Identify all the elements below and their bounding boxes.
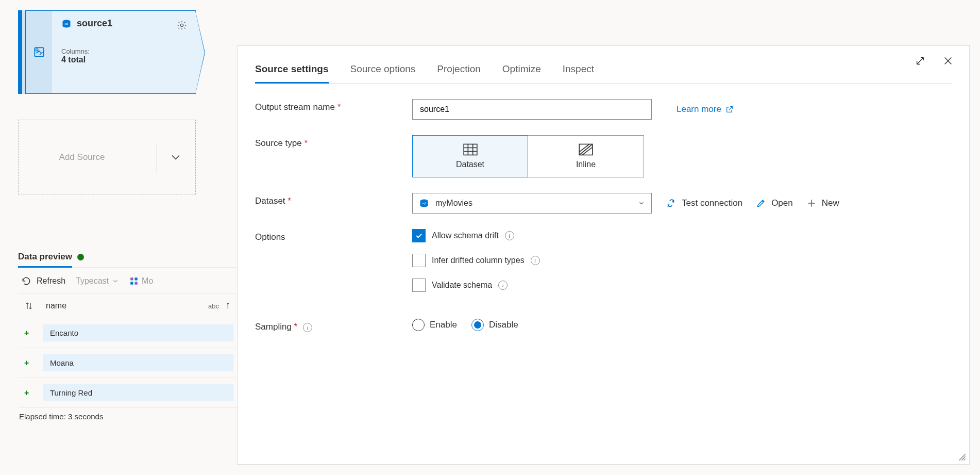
new-label: New bbox=[822, 198, 839, 208]
info-icon[interactable]: i bbox=[303, 323, 312, 332]
typecast-button[interactable]: Typecast bbox=[76, 276, 119, 286]
node-columns-count: 4 total bbox=[61, 55, 186, 64]
tab-projection[interactable]: Projection bbox=[437, 56, 481, 83]
tab-optimize[interactable]: Optimize bbox=[502, 56, 541, 83]
source-type-label: Source type bbox=[255, 138, 302, 148]
row-add-icon[interactable]: + bbox=[24, 388, 43, 398]
output-stream-input[interactable] bbox=[412, 99, 652, 120]
close-icon[interactable] bbox=[942, 55, 954, 67]
info-icon[interactable]: i bbox=[531, 256, 540, 265]
refresh-icon bbox=[21, 276, 31, 286]
infer-drifted-label: Infer drifted column types bbox=[432, 256, 525, 265]
tab-source-options[interactable]: Source options bbox=[350, 56, 416, 83]
open-button[interactable]: Open bbox=[756, 198, 793, 208]
divider bbox=[157, 143, 157, 172]
inline-icon bbox=[579, 143, 593, 156]
info-icon[interactable]: i bbox=[505, 231, 514, 240]
source-type-inline-label: Inline bbox=[576, 160, 596, 169]
map-icon bbox=[129, 276, 139, 286]
new-button[interactable]: New bbox=[806, 198, 839, 208]
node-body: sql source1 Columns: 4 total bbox=[52, 10, 196, 94]
source-node[interactable]: sql source1 Columns: 4 total bbox=[18, 10, 196, 94]
typecast-label: Typecast bbox=[76, 276, 109, 286]
cell: Turning Red bbox=[43, 384, 233, 401]
sampling-enable-label: Enable bbox=[430, 320, 457, 330]
sampling-enable-radio[interactable] bbox=[412, 319, 425, 331]
source-settings-panel: Source settings Source options Projectio… bbox=[237, 45, 970, 465]
tab-source-settings[interactable]: Source settings bbox=[255, 56, 329, 84]
learn-more-label: Learn more bbox=[677, 104, 721, 114]
refresh-button[interactable]: Refresh bbox=[21, 276, 65, 286]
source-type-dataset[interactable]: Dataset bbox=[412, 135, 528, 177]
svg-rect-7 bbox=[135, 277, 138, 280]
table-row: + Moana bbox=[18, 348, 240, 378]
grid-icon bbox=[463, 143, 478, 156]
column-header-row: name abc bbox=[18, 294, 240, 318]
sampling-disable-radio[interactable] bbox=[471, 319, 484, 331]
svg-text:sql: sql bbox=[423, 202, 426, 205]
learn-more-link[interactable]: Learn more bbox=[677, 104, 734, 114]
plus-icon bbox=[806, 198, 817, 208]
sampling-disable-label: Disable bbox=[489, 320, 518, 330]
dataset-select[interactable]: sql myMovies bbox=[412, 193, 652, 214]
expand-icon[interactable] bbox=[915, 55, 926, 67]
flow-canvas: sql source1 Columns: 4 total + Add Sourc… bbox=[18, 10, 250, 194]
svg-rect-8 bbox=[130, 282, 133, 285]
map-columns-button[interactable]: Mo bbox=[129, 276, 153, 286]
infer-drifted-checkbox[interactable] bbox=[412, 254, 426, 267]
node-title: source1 bbox=[77, 18, 112, 29]
gear-icon[interactable] bbox=[177, 20, 187, 30]
table-row: + Encanto bbox=[18, 318, 240, 348]
source-type-inline[interactable]: Inline bbox=[528, 135, 644, 177]
refresh-label: Refresh bbox=[37, 276, 65, 286]
svg-rect-9 bbox=[135, 282, 138, 285]
node-icon-col bbox=[25, 10, 52, 94]
sort-icon[interactable] bbox=[225, 302, 233, 310]
source-type-dataset-label: Dataset bbox=[456, 160, 484, 169]
info-icon[interactable]: i bbox=[498, 281, 508, 290]
validate-schema-checkbox[interactable] bbox=[412, 279, 426, 292]
sql-dataset-icon: sql bbox=[419, 199, 429, 208]
sort-icon[interactable] bbox=[24, 301, 33, 310]
cell: Encanto bbox=[43, 324, 233, 341]
sampling-label: Sampling bbox=[255, 322, 292, 332]
data-preview-panel: Data preview Refresh Typecast Mo name ab… bbox=[18, 252, 240, 425]
column-name[interactable]: name bbox=[46, 301, 196, 310]
external-link-icon bbox=[725, 105, 734, 113]
dataset-value: myMovies bbox=[435, 199, 472, 208]
row-add-icon[interactable]: + bbox=[24, 358, 43, 368]
connection-icon bbox=[665, 198, 677, 209]
svg-point-0 bbox=[36, 49, 38, 51]
data-preview-title[interactable]: Data preview bbox=[18, 252, 72, 268]
chevron-down-icon[interactable] bbox=[168, 150, 183, 165]
test-connection-label: Test connection bbox=[682, 198, 742, 208]
allow-schema-drift-checkbox[interactable] bbox=[412, 229, 426, 242]
svg-point-5 bbox=[180, 24, 183, 26]
open-label: Open bbox=[771, 198, 793, 208]
add-source-label: Add Source bbox=[19, 152, 145, 162]
data-source-icon bbox=[32, 45, 46, 59]
svg-text:sql: sql bbox=[65, 22, 69, 25]
node-accent-bar bbox=[18, 10, 22, 94]
panel-tabs: Source settings Source options Projectio… bbox=[255, 56, 952, 84]
add-source-box[interactable]: Add Source bbox=[18, 120, 196, 194]
test-connection-button[interactable]: Test connection bbox=[665, 198, 742, 209]
map-label: Mo bbox=[142, 276, 153, 286]
allow-schema-drift-label: Allow schema drift bbox=[432, 231, 499, 240]
output-stream-label: Output stream name bbox=[255, 102, 335, 112]
svg-rect-10 bbox=[464, 144, 477, 155]
dataset-label: Dataset bbox=[255, 196, 285, 206]
chevron-down-icon bbox=[638, 200, 645, 207]
column-type: abc bbox=[208, 302, 219, 310]
tab-inspect[interactable]: Inspect bbox=[563, 56, 594, 83]
cell: Moana bbox=[43, 354, 233, 371]
sql-dataset-icon: sql bbox=[61, 19, 72, 28]
table-row: + Turning Red bbox=[18, 378, 240, 408]
validate-schema-label: Validate schema bbox=[432, 281, 492, 290]
svg-rect-6 bbox=[130, 277, 133, 280]
resize-grip-icon[interactable] bbox=[957, 452, 966, 461]
status-dot-icon bbox=[77, 254, 84, 260]
elapsed-time: Elapsed time: 3 seconds bbox=[18, 408, 240, 425]
row-add-icon[interactable]: + bbox=[24, 329, 43, 338]
pencil-icon bbox=[756, 198, 766, 208]
